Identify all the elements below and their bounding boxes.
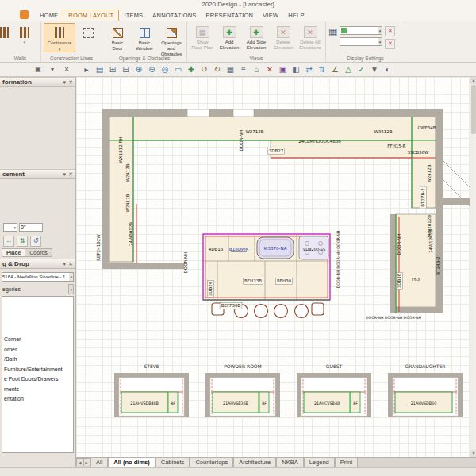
elevation-title[interactable]: STEVE — [144, 363, 159, 369]
close-panels-icon[interactable]: ✕ — [61, 64, 72, 75]
elevation-title[interactable]: GUEST — [326, 363, 343, 369]
angle-snap-icon[interactable]: ∠ — [330, 64, 341, 75]
catalog-tree-item[interactable]: entation — [2, 394, 73, 405]
cabinet-label[interactable]: B18DWR — [229, 247, 248, 251]
cabinet-label[interactable]: 4DB18 — [209, 247, 224, 251]
cabinet-label[interactable]: DOOR-NH — [183, 252, 188, 274]
undo-view-icon[interactable]: ↺ — [199, 64, 210, 75]
wall[interactable] — [390, 214, 396, 313]
close-panel-icon[interactable]: ✕ — [68, 79, 73, 86]
collapse-panel-icon[interactable]: ▾ — [63, 261, 67, 267]
display-setting-select-2[interactable]: ▾ — [340, 37, 382, 46]
catalog-tree-item[interactable]: Corner — [2, 335, 73, 345]
item-list-icon[interactable]: ≡ — [238, 64, 249, 75]
cabinet-label[interactable]: BFH30 — [277, 278, 292, 283]
scroll-up-button[interactable]: ▲ — [470, 77, 476, 84]
wall[interactable] — [102, 109, 109, 269]
display-setting-select-1[interactable]: ▾ — [340, 26, 382, 35]
cabinet-label[interactable]: BFH33B — [244, 278, 262, 283]
add-side-elevation-button[interactable]: ✚Add Side Elevation — [244, 23, 269, 52]
cabinet-label[interactable]: SSCB36W — [407, 150, 429, 155]
cabinet-label[interactable]: 21AHVSB36B — [223, 401, 248, 405]
collapse-panel-icon[interactable]: ▾ — [63, 79, 67, 86]
cabinet-label[interactable]: REP24102W — [96, 234, 101, 261]
catalog-tree-item[interactable]: Furniture/Entertainment — [2, 365, 73, 375]
clear-display-setting-button[interactable]: ✕ — [385, 39, 395, 49]
cabinet-label[interactable]: 24CLMHOODC4836 — [298, 139, 341, 144]
ribbon-tab-room-layout[interactable]: ROOM LAYOUT — [63, 10, 119, 21]
catalog-tree-item[interactable]: /Bath — [2, 355, 73, 365]
cabinet-label[interactable]: BF — [171, 401, 175, 405]
stool[interactable] — [255, 305, 268, 318]
home-view-icon[interactable]: ⌂ — [251, 64, 263, 75]
swap-view-icon[interactable]: ⇄ — [304, 64, 315, 75]
tab-scroll-left-button[interactable]: ◀ — [76, 458, 83, 466]
redo-view-icon[interactable]: ↻ — [212, 64, 223, 75]
nudge-vertical-button[interactable]: ⇅ — [17, 236, 28, 247]
split-view-icon[interactable]: ◧ — [290, 64, 301, 75]
cabinet-label[interactable]: 3DB36 — [397, 273, 401, 288]
panel-menu-icon[interactable]: ▾ — [47, 64, 58, 75]
zoom-in-icon[interactable]: ⊕ — [133, 64, 144, 75]
cabinet-label[interactable]: DOOR-NH DOOR-NH DOOR-NH — [366, 316, 421, 320]
cabinet-label[interactable]: DOOR-NH — [397, 234, 401, 255]
ribbon-tab-annotations[interactable]: ANNOTATIONS — [148, 10, 201, 21]
cabinet-label[interactable]: 21AHVSDB60 — [411, 401, 436, 405]
render-view-icon[interactable]: ▣ — [278, 64, 289, 75]
wall[interactable] — [102, 109, 443, 117]
layers-icon[interactable]: ▦ — [225, 64, 236, 75]
ribbon-tab-items[interactable]: ITEMS — [119, 10, 148, 21]
cabinet-label[interactable]: WX1812-RH — [118, 136, 123, 163]
placement-tab-coords[interactable]: Coords — [25, 248, 52, 257]
sort-items-icon[interactable]: ⇅ — [317, 64, 328, 75]
cabinet-label[interactable]: K-3376-NA — [264, 246, 287, 251]
cabinet-label[interactable]: 3DB27 — [269, 148, 284, 153]
ribbon-tab-home[interactable]: HOME — [35, 10, 63, 21]
wall[interactable] — [102, 263, 184, 269]
more-tools-icon[interactable]: ▼ — [369, 64, 380, 75]
cabinet-label[interactable]: BEFF36B — [221, 303, 241, 308]
clear-display-setting-button[interactable]: ✕ — [385, 26, 395, 36]
catalog-select[interactable]: 516A - Medallion Silverline - 1 ▾ — [2, 272, 74, 282]
zoom-window-icon[interactable]: ▭ — [173, 64, 184, 75]
stool[interactable] — [274, 305, 288, 318]
placement-tab-place[interactable]: Place — [2, 248, 25, 257]
close-panel-icon[interactable]: ✕ — [68, 171, 73, 178]
delete-item-icon[interactable]: ✕ — [264, 64, 275, 75]
validate-icon[interactable]: ✓ — [356, 64, 367, 75]
tab-scroll-right-button[interactable]: ▶ — [83, 458, 90, 466]
floor-plan[interactable]: STEVE21AHVSDB48BBFPOWDER ROOM21AHVSB36BB… — [76, 83, 470, 457]
wall[interactable] — [443, 198, 470, 205]
cabinet-label[interactable]: W2412B — [427, 164, 432, 182]
panel-information-header[interactable]: formation ▾ ✕ — [0, 77, 75, 87]
cabinet-label[interactable]: BT27B-2 — [420, 188, 425, 206]
cabinet-label[interactable]: 24W0012B — [129, 222, 133, 246]
save-icon[interactable]: ▤ — [94, 64, 106, 75]
elevation-title[interactable]: GRANDAUGHTER — [405, 363, 446, 369]
measure-icon[interactable]: △ — [343, 64, 354, 75]
walls-tool-button-partial[interactable] — [0, 23, 10, 40]
categories-label[interactable]: egories — [2, 286, 68, 292]
dock-panel-icon[interactable]: ▣ — [33, 64, 44, 75]
placement-mode-select[interactable]: ▾ — [3, 223, 17, 232]
cabinet-label[interactable]: FFH15-R — [387, 144, 405, 148]
cabinet-label[interactable]: W3612B — [374, 129, 392, 134]
chair[interactable] — [312, 303, 324, 315]
cabinet-run[interactable] — [109, 117, 436, 140]
openings-and-obstacles-button[interactable]: Openings and Obstacles — [159, 23, 184, 58]
zoom-selection-icon[interactable]: ◎ — [159, 64, 171, 75]
zoom-out-icon[interactable]: ⊖ — [147, 64, 158, 75]
rotate-item-button[interactable]: ↺ — [30, 236, 41, 247]
panel-placement-header[interactable]: cement ▾ ✕ — [0, 169, 75, 179]
select-pointer-icon[interactable]: ▸ — [81, 64, 92, 75]
toggle-contrast-icon[interactable]: ◐ — [382, 64, 393, 75]
chevron-down-icon[interactable]: ▾ — [68, 284, 74, 294]
print-preview-icon[interactable]: ⊟ — [121, 64, 132, 75]
cabinet-label[interactable]: BF — [262, 401, 267, 405]
catalog-tree-item[interactable]: orner — [2, 345, 73, 355]
collapse-panel-icon[interactable]: ▾ — [63, 171, 67, 178]
print-icon[interactable]: ⊞ — [107, 64, 118, 75]
wall[interactable] — [436, 109, 443, 208]
nudge-horizontal-button[interactable]: ↔ — [3, 236, 14, 247]
ribbon-tab-help[interactable]: HELP — [283, 10, 309, 21]
